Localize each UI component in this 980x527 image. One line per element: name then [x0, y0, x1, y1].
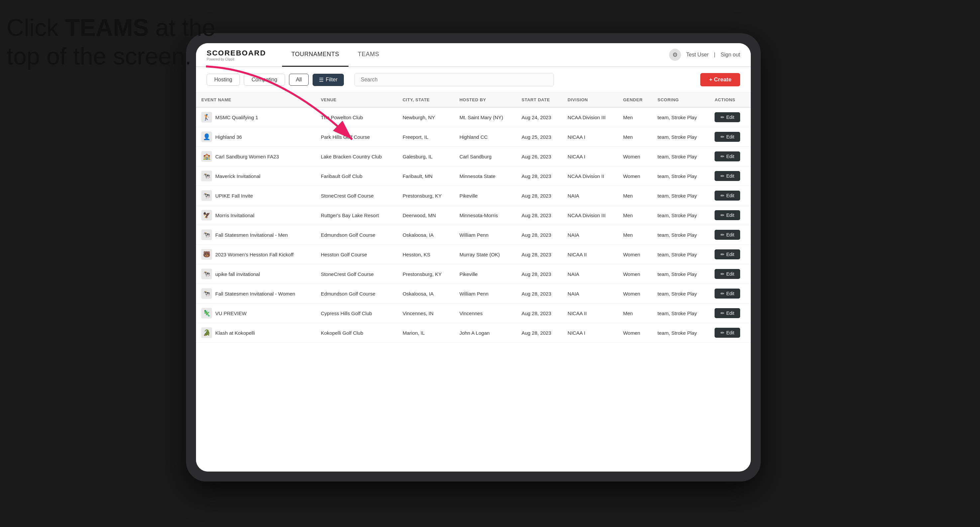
- col-venue: VENUE: [316, 93, 397, 107]
- table-row: 🐄 upike fall invitational StoneCrest Gol…: [196, 264, 751, 284]
- table-container: EVENT NAME VENUE CITY, STATE HOSTED BY S…: [196, 93, 751, 471]
- edit-button[interactable]: ✏ Edit: [714, 249, 740, 259]
- cell-division: NAIA: [562, 264, 618, 284]
- cell-division: NCAA Division III: [562, 107, 618, 127]
- table-row: 🐄 UPIKE Fall Invite StoneCrest Golf Cour…: [196, 186, 751, 206]
- col-actions: ACTIONS: [709, 93, 751, 107]
- cell-hosted: Murray State (OK): [454, 245, 516, 264]
- event-icon: 🐄: [201, 190, 212, 201]
- edit-button[interactable]: ✏ Edit: [714, 112, 740, 122]
- cell-venue: Hesston Golf Course: [316, 245, 397, 264]
- cell-date: Aug 26, 2023: [516, 147, 562, 167]
- edit-button[interactable]: ✏ Edit: [714, 171, 740, 181]
- edit-button[interactable]: ✏ Edit: [714, 190, 740, 201]
- cell-hosted: Minnesota-Morris: [454, 206, 516, 225]
- edit-button[interactable]: ✏ Edit: [714, 308, 740, 318]
- event-name-text: Klash at Kokopelli: [215, 330, 255, 336]
- edit-button[interactable]: ✏ Edit: [714, 328, 740, 338]
- cell-hosted: John A Logan: [454, 323, 516, 343]
- table-row: 🏫 Carl Sandburg Women FA23 Lake Bracken …: [196, 147, 751, 167]
- cell-actions: ✏ Edit: [709, 245, 751, 264]
- cell-actions: ✏ Edit: [709, 323, 751, 343]
- cell-event-name: 🏫 Carl Sandburg Women FA23: [196, 147, 316, 167]
- event-icon: 🐄: [201, 288, 212, 299]
- event-name-text: upike fall invitational: [215, 271, 260, 277]
- cell-actions: ✏ Edit: [709, 264, 751, 284]
- cell-city: Oskaloosa, IA: [397, 225, 454, 245]
- settings-icon[interactable]: ⚙: [669, 49, 681, 61]
- cell-city: Faribault, MN: [397, 167, 454, 186]
- cell-hosted: Mt. Saint Mary (NY): [454, 107, 516, 127]
- edit-icon: ✏: [721, 114, 724, 120]
- event-icon: 🦎: [201, 308, 212, 319]
- cell-scoring: team, Stroke Play: [652, 225, 709, 245]
- cell-event-name: 🦅 Morris Invitational: [196, 206, 316, 225]
- sign-out-link[interactable]: Sign out: [721, 52, 740, 58]
- cell-actions: ✏ Edit: [709, 107, 751, 127]
- cell-division: NCAA Division III: [562, 206, 618, 225]
- cell-hosted: William Penn: [454, 225, 516, 245]
- edit-button[interactable]: ✏ Edit: [714, 289, 740, 298]
- cell-event-name: 👤 Highland 36: [196, 127, 316, 147]
- cell-venue: Edmundson Golf Course: [316, 284, 397, 303]
- cell-scoring: team, Stroke Play: [652, 107, 709, 127]
- cell-city: Marion, IL: [397, 323, 454, 343]
- cell-division: NAIA: [562, 284, 618, 303]
- edit-icon: ✏: [721, 193, 724, 198]
- all-button[interactable]: All: [289, 74, 309, 86]
- hosting-button[interactable]: Hosting: [207, 74, 240, 86]
- event-name-text: Morris Invitational: [215, 213, 255, 218]
- search-input[interactable]: [355, 73, 554, 86]
- event-icon: 🏌️: [201, 112, 212, 122]
- event-name-text: Highland 36: [215, 134, 242, 140]
- cell-actions: ✏ Edit: [709, 127, 751, 147]
- tablet-screen: SCOREBOARD Powered by Clippit TOURNAMENT…: [196, 43, 751, 471]
- cell-scoring: team, Stroke Play: [652, 147, 709, 167]
- event-icon: 🏫: [201, 151, 212, 162]
- competing-button[interactable]: Competing: [244, 74, 285, 86]
- cell-hosted: Carl Sandburg: [454, 147, 516, 167]
- edit-button[interactable]: ✏ Edit: [714, 210, 740, 220]
- event-icon: 🐄: [201, 229, 212, 240]
- cell-venue: Lake Bracken Country Club: [316, 147, 397, 167]
- edit-button[interactable]: ✏ Edit: [714, 230, 740, 240]
- edit-icon: ✏: [721, 232, 724, 237]
- filter-icon: ☰: [319, 77, 324, 83]
- cell-division: NICAA I: [562, 147, 618, 167]
- col-gender: GENDER: [618, 93, 652, 107]
- toolbar: Hosting Competing All ☰ Filter + Create: [196, 67, 751, 93]
- create-button[interactable]: + Create: [700, 73, 740, 86]
- edit-button[interactable]: ✏ Edit: [714, 151, 740, 161]
- col-division: DIVISION: [562, 93, 618, 107]
- cell-venue: Kokopelli Golf Club: [316, 323, 397, 343]
- cell-hosted: Pikeville: [454, 264, 516, 284]
- cell-gender: Women: [618, 245, 652, 264]
- tournaments-table: EVENT NAME VENUE CITY, STATE HOSTED BY S…: [196, 93, 751, 343]
- event-icon: 🐻: [201, 249, 212, 260]
- cell-date: Aug 28, 2023: [516, 245, 562, 264]
- cell-actions: ✏ Edit: [709, 225, 751, 245]
- cell-city: Prestonsburg, KY: [397, 264, 454, 284]
- col-hosted-by: HOSTED BY: [454, 93, 516, 107]
- table-row: 🐄 Fall Statesmen Invitational - Women Ed…: [196, 284, 751, 303]
- filter-button[interactable]: ☰ Filter: [313, 74, 344, 86]
- event-icon: 👤: [201, 132, 212, 142]
- cell-event-name: 🐄 Fall Statesmen Invitational - Men: [196, 225, 316, 245]
- cell-gender: Women: [618, 264, 652, 284]
- edit-button[interactable]: ✏ Edit: [714, 269, 740, 279]
- table-row: 🦅 Morris Invitational Ruttger's Bay Lake…: [196, 206, 751, 225]
- event-name-text: VU PREVIEW: [215, 311, 247, 316]
- cell-event-name: 🦎 VU PREVIEW: [196, 303, 316, 323]
- edit-icon: ✏: [721, 252, 724, 257]
- table-row: 🦎 VU PREVIEW Cypress Hills Golf Club Vin…: [196, 303, 751, 323]
- nav-tab-teams[interactable]: TEAMS: [348, 43, 389, 67]
- event-name-text: 2023 Women's Hesston Fall Kickoff: [215, 252, 294, 257]
- table-row: 🏌️ MSMC Qualifying 1 The Powelton Club N…: [196, 107, 751, 127]
- cell-city: Deerwood, MN: [397, 206, 454, 225]
- cell-venue: StoneCrest Golf Course: [316, 264, 397, 284]
- edit-button[interactable]: ✏ Edit: [714, 132, 740, 142]
- nav-tab-tournaments[interactable]: TOURNAMENTS: [282, 43, 348, 67]
- event-name-text: MSMC Qualifying 1: [215, 114, 258, 120]
- edit-icon: ✏: [721, 134, 724, 140]
- cell-division: NAIA: [562, 186, 618, 206]
